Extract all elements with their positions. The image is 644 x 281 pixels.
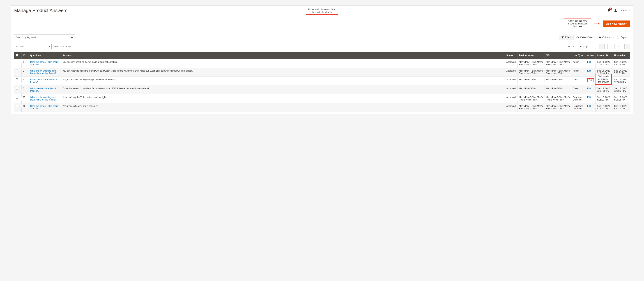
row-checkbox[interactable] — [16, 61, 18, 63]
cell-updated: Sep 17, 2020 5:32:51 AM — [613, 68, 630, 76]
cell-product: Men's Polo T-Shirt — [518, 76, 544, 85]
page-size-select[interactable]: 20 — [565, 44, 576, 49]
row-checkbox[interactable] — [16, 105, 18, 107]
edit-link[interactable]: Edit — [587, 61, 591, 63]
cell-checkbox — [14, 76, 22, 85]
cell-checkbox — [14, 59, 22, 68]
arrow-right-icon — [594, 24, 600, 24]
row-checkbox[interactable] — [16, 70, 18, 72]
col-updated-at[interactable]: Updated At — [613, 52, 630, 59]
chevron-down-icon — [628, 37, 630, 38]
row-checkbox[interactable] — [16, 96, 18, 99]
next-page-button[interactable]: › — [624, 44, 630, 49]
cell-id: 16 — [22, 103, 29, 112]
cell-user-type: Registered Customer — [572, 103, 586, 112]
cell-product: Men's Polo T-Shirt,Men's Round Neck T-sh… — [518, 94, 544, 103]
add-new-answer-button[interactable]: Add New Answer — [603, 21, 630, 27]
question-link[interactable]: What material is the T-shirt made of? — [30, 87, 56, 92]
table-row[interactable]: 1Does this cotton T-shirt shrink after w… — [14, 59, 630, 68]
select-all-checkbox[interactable] — [16, 54, 18, 57]
cell-sku: Men's Polo T-Shirt,Men's Round Neck T-sh… — [544, 94, 572, 103]
edit-link[interactable]: Edit — [587, 96, 591, 99]
columns-button[interactable]: Columns — [598, 36, 614, 39]
cell-answer: Yes, it doesn't shrink and a perfect fit… — [61, 103, 505, 112]
col-id[interactable]: ID↓ — [22, 52, 29, 59]
page-input[interactable] — [608, 44, 615, 49]
row-checkbox[interactable] — [16, 78, 18, 81]
cell-question: What are the washing care instructions f… — [29, 68, 61, 76]
question-link[interactable]: What are the washing care instructions f… — [30, 70, 56, 75]
cell-product: Men's Polo T-Shirt,Men's Round Neck T-sh… — [518, 103, 544, 112]
cell-question: What material is the T-shirt made of? — [29, 85, 61, 94]
records-found: 6 records found — [54, 45, 70, 48]
question-link[interactable]: What are the washing care instructions f… — [30, 96, 56, 101]
admin-label: admin — [621, 9, 627, 12]
cell-user-type: Registered Customer — [572, 94, 586, 103]
cell-status: Approved — [505, 76, 518, 85]
callout-top: All the product answers listed here with… — [306, 7, 338, 15]
user-icon[interactable] — [614, 9, 618, 13]
cell-sku: Men's Polo T-Shirt — [544, 76, 572, 85]
sort-arrow-icon: ↓ — [26, 55, 26, 57]
table-row[interactable]: 15What are the washing care instructions… — [14, 94, 630, 103]
table-row[interactable]: 5What material is the T-shirt made of?T-… — [14, 85, 630, 94]
col-status[interactable]: Status — [505, 52, 518, 59]
actions-select[interactable]: Actions — [14, 44, 52, 49]
question-link[interactable]: Is this T-shirt soft & summer friendly? — [30, 78, 57, 83]
cell-id: 2 — [22, 68, 29, 76]
edit-link[interactable]: Edit — [587, 87, 591, 90]
default-view-label: Default View — [580, 36, 593, 39]
edit-link[interactable]: Edit — [587, 105, 591, 107]
col-user-type[interactable]: User Type — [572, 52, 586, 59]
cell-checkbox — [14, 94, 22, 103]
cell-action: EditClick to edit or approve the answer — [586, 76, 596, 85]
col-questions[interactable]: Questions — [29, 52, 61, 59]
col-answers[interactable]: Answers — [61, 52, 505, 59]
page-size-toggle[interactable] — [572, 44, 576, 49]
actions-dropdown-toggle[interactable] — [47, 44, 52, 49]
search-input[interactable] — [16, 36, 71, 39]
edit-link[interactable]: Edit — [587, 70, 591, 72]
col-sku[interactable]: SKU — [544, 52, 572, 59]
cell-answer: You can machine wash the T-shirt with co… — [61, 68, 505, 76]
eye-icon — [576, 36, 579, 39]
default-view-button[interactable]: Default View — [576, 36, 596, 39]
search-icon[interactable] — [71, 36, 74, 39]
table-row[interactable]: 16Does this cotton T-shirt shrink after … — [14, 103, 630, 112]
row-checkbox[interactable] — [16, 87, 18, 90]
search-box[interactable] — [14, 35, 75, 40]
page-title: Manage Product Answers — [14, 8, 68, 13]
notifications-button[interactable]: 1 — [607, 9, 610, 13]
cell-id: 15 — [22, 94, 29, 103]
col-created-at[interactable]: Created At — [596, 52, 613, 59]
chevron-down-icon — [18, 55, 20, 56]
cell-created: Sep 14, 2020 12:17:15 PM — [596, 85, 613, 94]
cell-question: Is this T-shirt soft & summer friendly? — [29, 76, 61, 85]
cell-question: What are the washing care instructions f… — [29, 94, 61, 103]
cell-question: Does this cotton T-shirt shrink after wa… — [29, 59, 61, 68]
export-label: Export — [620, 36, 627, 39]
cell-checkbox — [14, 68, 22, 76]
admin-menu[interactable]: admin — [621, 9, 630, 12]
cell-checkbox — [14, 85, 22, 94]
cell-id: 4 — [22, 76, 29, 85]
cell-action: Edit — [586, 59, 596, 68]
col-product-name[interactable]: Product Name — [518, 52, 544, 59]
cell-user-type: Guest — [572, 85, 586, 94]
col-action[interactable]: Action — [586, 52, 596, 59]
col-checkbox[interactable] — [14, 52, 22, 59]
filters-button[interactable]: Filters — [559, 35, 574, 40]
answers-table: ID↓ Questions Answers Status Product Nam… — [14, 52, 630, 112]
table-row[interactable]: 2What are the washing care instructions … — [14, 68, 630, 76]
cell-status: Approved — [505, 85, 518, 94]
table-row[interactable]: 4Is this T-shirt soft & summer friendly?… — [14, 76, 630, 85]
prev-page-button[interactable]: ‹ — [599, 44, 605, 49]
edit-link[interactable]: Edit — [589, 79, 592, 81]
notification-badge: 1 — [609, 8, 612, 10]
question-link[interactable]: Does this cotton T-shirt shrink after wa… — [30, 105, 58, 110]
cell-answer: Also, don't dry the T-shirt in the direc… — [61, 94, 505, 103]
question-link[interactable]: Does this cotton T-shirt shrink after wa… — [30, 61, 58, 66]
cell-updated: Sep 17, 2020 5:32:44 AM — [613, 59, 630, 68]
export-button[interactable]: Export — [616, 36, 630, 39]
columns-label: Columns — [602, 36, 612, 39]
